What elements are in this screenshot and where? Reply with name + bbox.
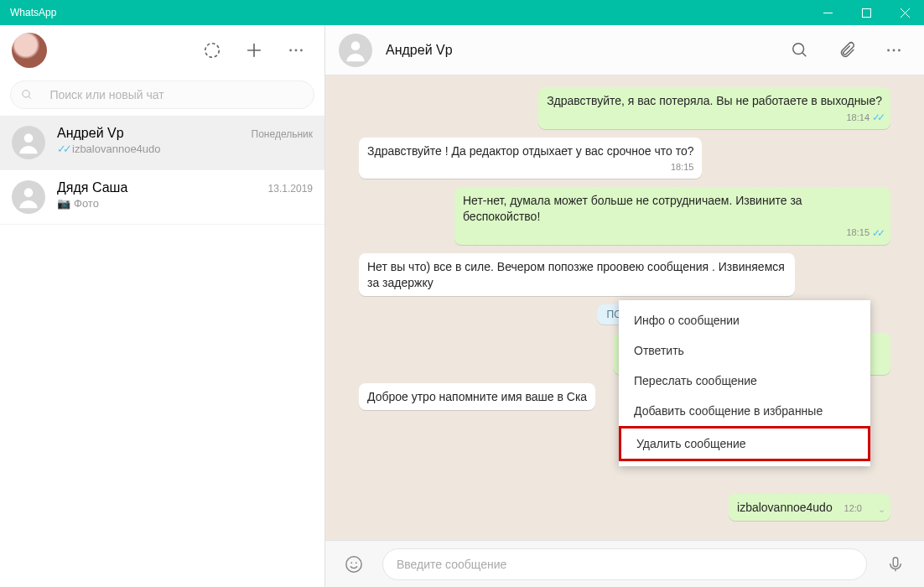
chat-list-item[interactable]: Дядя Саша 13.1.2019 📷 Фото [0, 170, 324, 225]
svg-point-5 [23, 91, 29, 97]
chat-search-icon[interactable] [783, 34, 817, 67]
message-out[interactable]: Нет-нет, думала может больше не сотрудни… [454, 187, 890, 245]
sidebar-header [0, 25, 324, 75]
input-bar: Введите сообщение [325, 540, 924, 587]
read-checks-icon: ✓✓ [872, 226, 882, 240]
message-in[interactable]: Нет вы что) все в силе. Вечером попозже … [359, 253, 795, 296]
read-checks-icon: ✓✓ [872, 111, 882, 124]
chat-list-item[interactable]: Андрей Vp Понедельник ✓✓ izbalovannoe4ud… [0, 116, 324, 170]
search-input[interactable] [49, 88, 304, 101]
svg-point-3 [295, 49, 298, 52]
close-button[interactable] [885, 0, 924, 25]
search-box[interactable] [10, 81, 314, 109]
svg-point-2 [289, 49, 292, 52]
svg-point-10 [887, 49, 890, 51]
menu-icon[interactable] [279, 34, 313, 67]
svg-point-15 [356, 562, 357, 564]
app-title: WhatsApp [10, 7, 808, 18]
chat-preview: ✓✓ izbalovannoe4udo [57, 143, 313, 155]
maximize-button[interactable] [847, 0, 885, 25]
message-out[interactable]: izbalovannoe4udo 12:0 ⌄ [729, 494, 890, 521]
messages-area: Здравствуйте, я вас потеряла. Вы не рабо… [325, 75, 924, 540]
minimize-button[interactable] [808, 0, 847, 25]
search-icon [21, 88, 33, 101]
menu-item-favorite[interactable]: Добавить сообщение в избранные [619, 396, 870, 426]
message-in[interactable]: Доброе утро напомните имя ваше в Ска [359, 383, 595, 410]
chat-avatar[interactable] [339, 34, 372, 67]
chat-name: Андрей Vp [57, 126, 124, 141]
chat-panel: Андрей Vp Здравствуйте, я вас потеряла. … [325, 25, 924, 587]
camera-icon: 📷 [57, 197, 70, 210]
mic-icon[interactable] [879, 548, 912, 581]
svg-rect-16 [893, 557, 898, 566]
svg-point-8 [351, 41, 361, 50]
chat-header-name[interactable]: Андрей Vp [386, 43, 453, 58]
chevron-down-icon[interactable]: ⌄ [878, 503, 885, 516]
message-out[interactable]: Здравствуйте, я вас потеряла. Вы не рабо… [538, 87, 890, 129]
svg-point-14 [350, 562, 352, 564]
search-wrap [0, 75, 324, 116]
chat-time: 13.1.2019 [268, 183, 313, 195]
svg-point-12 [898, 49, 901, 51]
message-input[interactable]: Введите сообщение [382, 548, 867, 580]
svg-point-7 [24, 188, 34, 197]
svg-point-11 [893, 49, 895, 51]
contact-avatar [12, 180, 45, 214]
my-avatar[interactable] [12, 33, 47, 68]
status-icon[interactable] [195, 34, 229, 67]
menu-item-info[interactable]: Инфо о сообщении [619, 305, 870, 335]
svg-rect-0 [862, 8, 870, 17]
emoji-icon[interactable] [337, 548, 371, 581]
menu-item-forward[interactable]: Переслать сообщение [619, 366, 870, 396]
chat-header: Андрей Vp [325, 25, 924, 75]
chat-time: Понедельник [252, 128, 313, 140]
app-body: Андрей Vp Понедельник ✓✓ izbalovannoe4ud… [0, 25, 924, 587]
menu-item-reply[interactable]: Ответить [619, 335, 870, 366]
contact-avatar [12, 126, 45, 159]
chat-preview: 📷 Фото [57, 197, 313, 210]
chat-menu-icon[interactable] [877, 34, 911, 67]
message-in[interactable]: Здравствуйте ! Да редактор отдыхает у ва… [359, 138, 702, 179]
menu-item-delete[interactable]: Удалить сообщение [619, 426, 870, 461]
svg-point-13 [346, 556, 361, 571]
svg-point-4 [300, 49, 303, 52]
new-chat-icon[interactable] [237, 34, 271, 67]
svg-point-6 [24, 133, 34, 143]
read-checks-icon: ✓✓ [57, 143, 69, 155]
svg-point-1 [205, 44, 220, 58]
context-menu: Инфо о сообщении Ответить Переслать сооб… [619, 300, 870, 466]
sidebar: Андрей Vp Понедельник ✓✓ izbalovannoe4ud… [0, 25, 325, 587]
titlebar: WhatsApp [0, 0, 924, 25]
attach-icon[interactable] [830, 34, 864, 67]
chat-list: Андрей Vp Понедельник ✓✓ izbalovannoe4ud… [0, 116, 324, 587]
chat-name: Дядя Саша [57, 180, 127, 195]
svg-point-9 [793, 43, 804, 54]
